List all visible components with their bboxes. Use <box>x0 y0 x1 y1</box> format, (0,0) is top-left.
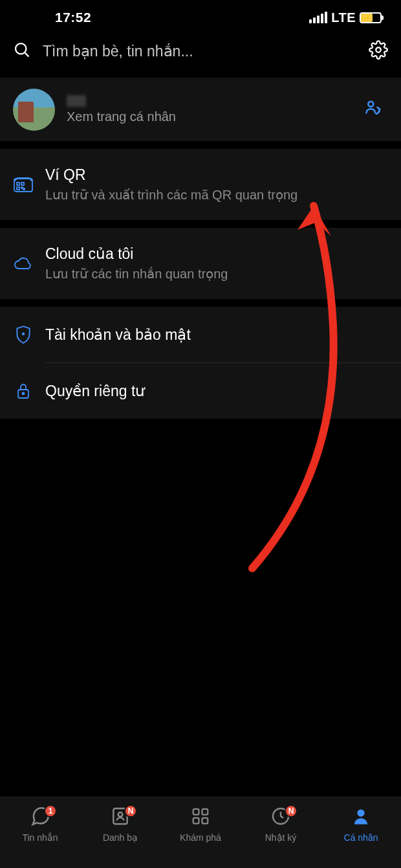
menu-subtitle: Lưu trữ và xuất trình các mã QR quan trọ… <box>45 187 388 203</box>
svg-rect-21 <box>202 818 208 824</box>
tab-bar: 1 Tin nhắn N Danh bạ Khám phá N Nhật ký <box>0 797 401 868</box>
lock-icon <box>13 382 34 400</box>
menu-item-security[interactable]: Tài khoản và bảo mật <box>0 307 401 362</box>
svg-rect-20 <box>193 818 199 824</box>
menu-item-cloud[interactable]: Cloud của tôi Lưu trữ các tin nhắn quan … <box>0 228 401 299</box>
svg-point-12 <box>23 393 25 395</box>
content-area: Xem trang cá nhân Ví QR <box>0 70 401 419</box>
svg-point-3 <box>368 102 373 107</box>
menu-title: Tài khoản và bảo mật <box>45 326 388 344</box>
svg-rect-7 <box>17 187 19 190</box>
search-icon[interactable] <box>13 41 31 61</box>
discover-icon <box>191 807 210 829</box>
menu-title: Ví QR <box>45 166 388 184</box>
menu-item-privacy[interactable]: Quyền riêng tư <box>0 363 401 419</box>
svg-line-1 <box>25 53 29 57</box>
search-row <box>0 32 401 70</box>
avatar <box>13 89 55 131</box>
status-time: 17:52 <box>55 10 91 25</box>
menu-subtitle: Lưu trữ các tin nhắn quan trọng <box>45 266 388 282</box>
profile-row[interactable]: Xem trang cá nhân <box>0 78 401 141</box>
menu-title: Cloud của tôi <box>45 245 388 263</box>
status-indicators: LTE ⚡ <box>309 10 382 25</box>
tab-profile[interactable]: Cá nhân <box>321 803 401 868</box>
svg-rect-5 <box>17 183 19 185</box>
badge: N <box>124 805 137 818</box>
tab-messages[interactable]: 1 Tin nhắn <box>0 803 80 868</box>
menu-item-qr-wallet[interactable]: Ví QR Lưu trữ và xuất trình các mã QR qu… <box>0 149 401 220</box>
menu-title: Quyền riêng tư <box>45 383 388 400</box>
svg-rect-18 <box>193 809 199 815</box>
svg-point-2 <box>376 47 381 52</box>
badge: N <box>285 805 298 818</box>
qr-wallet-icon <box>13 176 34 193</box>
svg-point-10 <box>22 333 25 335</box>
battery-icon: ⚡ <box>360 12 382 23</box>
search-input[interactable] <box>43 43 357 60</box>
badge: 1 <box>44 805 57 818</box>
profile-subtitle: Xem trang cá nhân <box>67 109 347 124</box>
svg-rect-19 <box>202 809 208 815</box>
profile-info: Xem trang cá nhân <box>67 95 347 124</box>
tab-label: Tin nhắn <box>22 832 58 843</box>
tab-label: Cá nhân <box>344 832 378 843</box>
tab-contacts[interactable]: N Danh bạ <box>80 803 160 868</box>
tab-discover[interactable]: Khám phá <box>160 803 241 868</box>
svg-rect-9 <box>23 188 25 190</box>
profile-name-redacted <box>67 95 86 107</box>
svg-point-17 <box>118 812 123 817</box>
svg-rect-6 <box>21 183 24 185</box>
status-bar: 17:52 LTE ⚡ <box>0 0 401 32</box>
svg-point-23 <box>357 809 364 816</box>
signal-icon <box>309 12 327 23</box>
network-label: LTE <box>331 10 356 25</box>
shield-icon <box>13 325 34 344</box>
tab-label: Khám phá <box>180 832 221 843</box>
cloud-icon <box>13 256 34 271</box>
tab-diary[interactable]: N Nhật ký <box>241 803 321 868</box>
profile-icon <box>351 807 371 829</box>
settings-icon[interactable] <box>369 40 388 62</box>
tab-label: Danh bạ <box>103 832 138 843</box>
svg-rect-8 <box>21 187 23 188</box>
tab-label: Nhật ký <box>265 832 297 843</box>
switch-account-icon[interactable] <box>358 98 388 120</box>
svg-point-0 <box>16 43 26 54</box>
